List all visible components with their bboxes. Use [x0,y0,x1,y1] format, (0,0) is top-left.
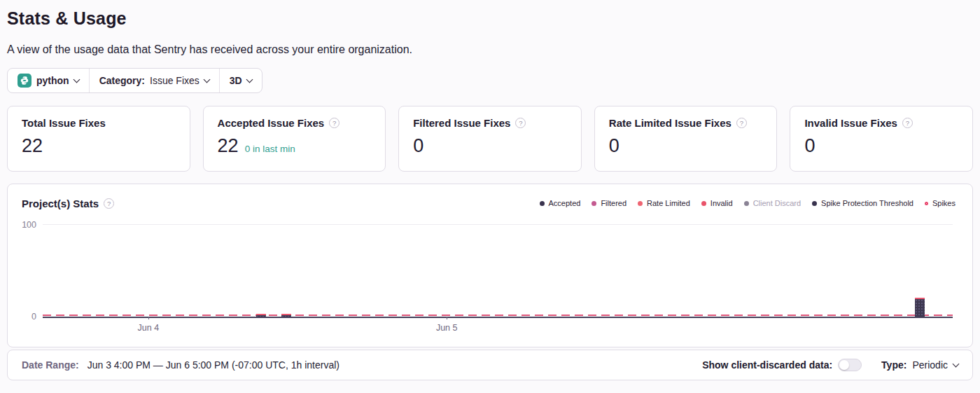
stat-card-value: 0 [609,135,620,157]
type-select-group: Type: Periodic [881,359,958,371]
chart-footer-bar: Date Range: Jun 3 4:00 PM — Jun 6 5:00 P… [7,350,973,380]
spike-protection-threshold-line [43,315,953,316]
x-axis-label: Jun 4 [138,323,160,333]
client-discard-toggle-group: Show client-discarded data: [702,359,862,371]
chart-legend: AcceptedFilteredRate LimitedInvalidClien… [540,199,956,207]
chevron-down-icon [953,360,960,367]
legend-dot-icon [812,201,817,206]
legend-label: Spike Protection Threshold [821,199,913,207]
stat-card-value: 22 [22,135,43,157]
chevron-down-icon [246,76,253,83]
chevron-down-icon [203,76,210,83]
display-filter-label: 3D [230,75,242,86]
type-select[interactable]: Periodic [912,359,958,371]
legend-dot-icon [744,201,749,206]
x-axis-tick [447,317,447,319]
category-filter-value: Issue Fixes [150,75,200,86]
page-title: Stats & Usage [7,8,973,29]
type-select-label: Type: [881,359,906,371]
date-range: Date Range: Jun 3 4:00 PM — Jun 6 5:00 P… [22,359,340,371]
date-range-value: Jun 3 4:00 PM — Jun 6 5:00 PM (-07:00 UT… [88,359,340,371]
legend-dot-icon [540,201,545,206]
chart-bar-accepted [915,298,925,317]
legend-item-client-discard[interactable]: Client Discard [744,199,801,207]
display-filter-dropdown[interactable]: 3D [219,69,262,92]
toggle-knob [839,360,849,370]
stat-card-rate-limited: Rate Limited Issue Fixes ? 0 [594,106,778,172]
type-select-value: Periodic [912,359,948,371]
client-discard-toggle-label: Show client-discarded data: [702,359,832,371]
x-axis-tick [148,317,149,319]
stat-card-title: Invalid Issue Fixes [804,117,897,129]
stat-card-title: Total Issue Fixes [22,117,106,129]
category-filter-dropdown[interactable]: Category: Issue Fixes [89,69,219,92]
legend-label: Client Discard [753,199,801,207]
y-axis-label: 100 [22,220,36,230]
date-range-label: Date Range: [22,359,79,371]
stat-card-subvalue: 0 in last min [245,144,295,154]
stat-card-invalid: Invalid Issue Fixes ? 0 [790,106,973,172]
chart-bar-accepted [256,314,266,317]
stat-cards-row: Total Issue Fixes 22 Accepted Issue Fixe… [7,106,973,172]
stat-card-value: 0 [804,135,815,157]
stat-card-title: Filtered Issue Fixes [413,117,510,129]
legend-label: Spikes [932,199,955,207]
page-subtitle: A view of the usage data that Sentry has… [7,43,973,56]
stat-card-filtered: Filtered Issue Fixes ? 0 [398,106,582,172]
legend-item-invalid[interactable]: Invalid [701,199,733,207]
project-filter-label: python [36,75,69,86]
category-filter-label: Category: [99,75,145,86]
client-discard-toggle[interactable] [838,359,862,371]
help-icon[interactable]: ? [329,118,340,128]
stat-card-value: 22 [218,135,239,157]
legend-dot-icon [592,201,596,206]
chart-title: Project(s) Stats ? [22,198,114,209]
x-axis-label: Jun 5 [436,323,458,333]
help-icon[interactable]: ? [515,118,526,128]
legend-item-accepted[interactable]: Accepted [540,199,581,207]
project-filter-dropdown[interactable]: python [8,69,89,92]
legend-label: Accepted [549,199,581,207]
legend-item-rate-limited[interactable]: Rate Limited [638,199,690,207]
legend-ring-icon [925,202,928,205]
stat-card-total: Total Issue Fixes 22 [7,106,190,172]
stats-usage-page: Stats & Usage A view of the usage data t… [0,0,980,380]
legend-label: Invalid [710,199,733,207]
project-stats-panel: Project(s) Stats ? AcceptedFilteredRate … [7,184,973,347]
help-icon[interactable]: ? [902,118,913,128]
stat-card-accepted: Accepted Issue Fixes ? 22 0 in last min [203,106,386,172]
legend-item-spikes[interactable]: Spikes [925,199,955,207]
legend-dot-icon [638,201,643,206]
legend-dot-icon [701,201,706,206]
usage-chart-plot: 0100Jun 4Jun 5 [43,224,953,318]
legend-item-spike-protection-threshold[interactable]: Spike Protection Threshold [812,199,913,207]
y-axis-label: 0 [31,312,36,322]
legend-item-filtered[interactable]: Filtered [592,199,626,207]
filter-bar: python Category: Issue Fixes 3D [7,68,262,93]
legend-label: Rate Limited [647,199,690,207]
help-icon[interactable]: ? [104,198,114,209]
stat-card-title: Accepted Issue Fixes [218,117,325,129]
help-icon[interactable]: ? [736,118,747,128]
legend-label: Filtered [601,199,626,207]
stat-card-value: 0 [413,135,424,157]
stat-card-title: Rate Limited Issue Fixes [609,117,732,129]
chart-bar-accepted [281,314,291,317]
python-icon [18,74,31,88]
chevron-down-icon [73,76,80,83]
